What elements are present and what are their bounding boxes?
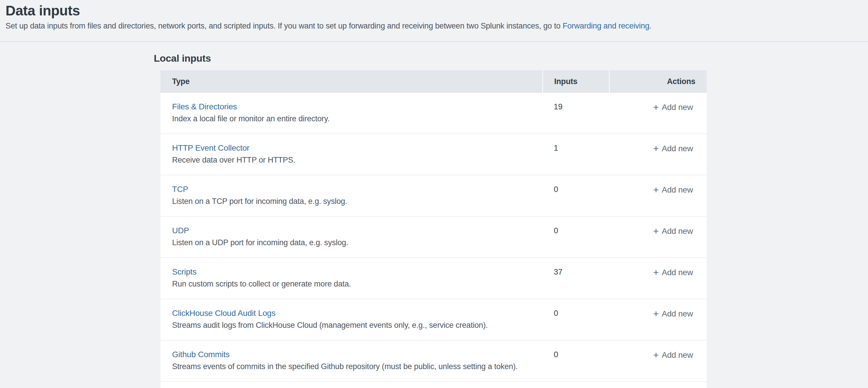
input-type-description: Listen on a TCP port for incoming data, …: [172, 196, 537, 206]
table-row: ScriptsRun custom scripts to collect or …: [160, 258, 707, 299]
plus-icon: +: [653, 184, 659, 195]
input-type-link[interactable]: Github Commits: [172, 350, 230, 359]
add-new-link[interactable]: +Add new: [653, 268, 693, 277]
add-new-label: Add new: [661, 144, 693, 153]
partial-row-cell: [160, 382, 707, 388]
local-inputs-table: Type Inputs Actions Files & DirectoriesI…: [160, 70, 707, 388]
page-subtitle-text: Set up data inputs from files and direct…: [5, 22, 562, 30]
add-new-label: Add new: [661, 268, 693, 277]
plus-icon: +: [653, 143, 659, 154]
add-new-link[interactable]: +Add new: [653, 103, 693, 112]
actions-cell: +Add new: [609, 340, 707, 382]
add-new-link[interactable]: +Add new: [653, 309, 693, 318]
table-body: Files & DirectoriesIndex a local file or…: [160, 93, 707, 388]
table-row: TCPListen on a TCP port for incoming dat…: [160, 175, 707, 216]
add-new-link[interactable]: +Add new: [653, 351, 693, 359]
actions-cell: +Add new: [609, 134, 707, 175]
column-header-actions: Actions: [609, 70, 707, 93]
table-row: Files & DirectoriesIndex a local file or…: [160, 93, 707, 134]
input-type-link[interactable]: HTTP Event Collector: [172, 143, 249, 153]
add-new-label: Add new: [661, 351, 693, 359]
inputs-count: 0: [542, 216, 609, 258]
input-type-description: Run custom scripts to collect or generat…: [172, 279, 537, 289]
inputs-count: 37: [542, 258, 609, 299]
add-new-link[interactable]: +Add new: [653, 185, 693, 194]
column-header-inputs: Inputs: [542, 70, 609, 93]
inputs-count: 0: [542, 175, 609, 216]
table-header: Type Inputs Actions: [160, 70, 707, 93]
table-row: ClickHouse Cloud Audit LogsStreams audit…: [160, 299, 707, 340]
add-new-label: Add new: [661, 185, 693, 194]
type-cell: Files & DirectoriesIndex a local file or…: [160, 93, 542, 134]
actions-cell: +Add new: [609, 175, 707, 216]
inputs-count: 0: [542, 340, 609, 382]
page-header: Data inputs Set up data inputs from file…: [0, 0, 868, 42]
section-heading-local-inputs: Local inputs: [154, 52, 868, 64]
inputs-count: 1: [542, 134, 609, 175]
content-area: Local inputs Type Inputs Actions Files &…: [0, 52, 868, 388]
actions-cell: +Add new: [609, 258, 707, 299]
input-type-description: Streams audit logs from ClickHouse Cloud…: [172, 320, 537, 330]
type-cell: HTTP Event CollectorReceive data over HT…: [160, 134, 542, 175]
input-type-description: Streams events of commits in the specifi…: [172, 361, 537, 371]
actions-cell: +Add new: [609, 216, 707, 258]
type-cell: ClickHouse Cloud Audit LogsStreams audit…: [160, 299, 542, 340]
input-type-link[interactable]: Files & Directories: [172, 102, 237, 112]
plus-icon: +: [653, 101, 659, 113]
actions-cell: +Add new: [609, 93, 707, 134]
type-cell: ScriptsRun custom scripts to collect or …: [160, 258, 542, 299]
add-new-link[interactable]: +Add new: [653, 227, 693, 236]
input-type-description: Listen on a UDP port for incoming data, …: [172, 238, 537, 247]
input-type-description: Receive data over HTTP or HTTPS.: [172, 155, 537, 165]
inputs-count: 19: [542, 93, 609, 134]
inputs-count: 0: [542, 299, 609, 340]
actions-cell: +Add new: [609, 299, 707, 340]
page-subtitle-period: .: [649, 22, 651, 30]
input-type-link[interactable]: Scripts: [172, 267, 196, 277]
input-type-description: Index a local file or monitor an entire …: [172, 114, 537, 124]
plus-icon: +: [653, 349, 659, 360]
plus-icon: +: [653, 308, 659, 319]
type-cell: TCPListen on a TCP port for incoming dat…: [160, 175, 542, 216]
input-type-link[interactable]: ClickHouse Cloud Audit Logs: [172, 308, 276, 318]
add-new-label: Add new: [661, 103, 693, 112]
page-title: Data inputs: [5, 2, 859, 19]
forwarding-and-receiving-link[interactable]: Forwarding and receiving: [562, 22, 649, 30]
add-new-label: Add new: [661, 227, 693, 236]
type-cell: UDPListen on a UDP port for incoming dat…: [160, 216, 542, 258]
column-header-type: Type: [160, 70, 542, 93]
table-row: Github CommitsStreams events of commits …: [160, 340, 707, 382]
page-subtitle: Set up data inputs from files and direct…: [5, 21, 859, 31]
type-cell: Github CommitsStreams events of commits …: [160, 340, 542, 382]
table-row: HTTP Event CollectorReceive data over HT…: [160, 134, 707, 175]
add-new-label: Add new: [661, 309, 693, 318]
add-new-link[interactable]: +Add new: [653, 144, 693, 153]
table-row-partial: [160, 382, 707, 388]
plus-icon: +: [653, 226, 659, 236]
input-type-link[interactable]: UDP: [172, 226, 189, 236]
table-row: UDPListen on a UDP port for incoming dat…: [160, 216, 707, 258]
input-type-link[interactable]: TCP: [172, 184, 188, 194]
plus-icon: +: [653, 267, 659, 278]
